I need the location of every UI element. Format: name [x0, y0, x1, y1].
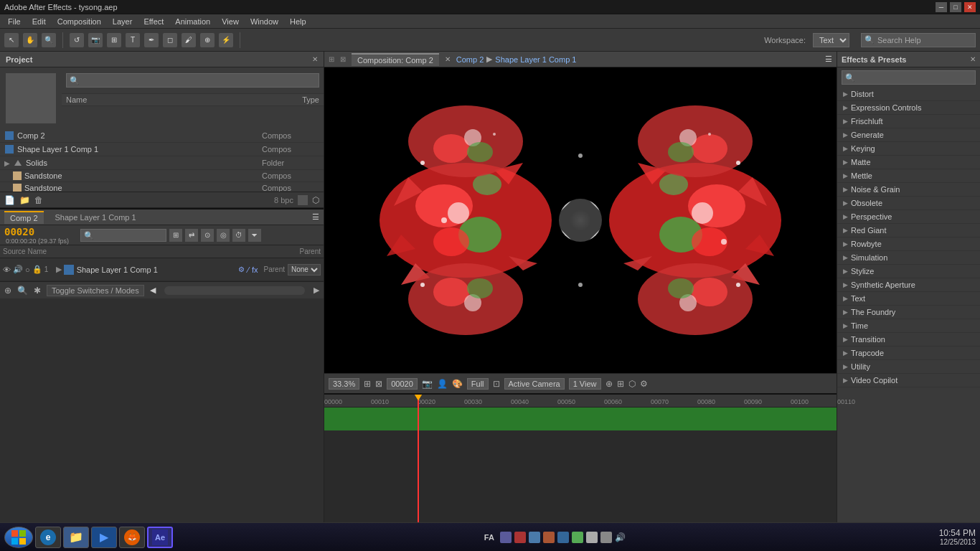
tl-icon-6[interactable]: ⏷	[248, 229, 261, 242]
effects-item-transition[interactable]: ▶ Transition	[837, 333, 980, 347]
foot-icon-3[interactable]: 👤	[437, 379, 448, 389]
timeline-menu-icon[interactable]: ☰	[312, 212, 319, 222]
effects-item-stylize[interactable]: ▶ Stylize	[837, 265, 980, 278]
minimize-button[interactable]: ─	[936, 2, 947, 12]
menu-effect[interactable]: Effect	[138, 16, 169, 27]
tl-icon-4[interactable]: ◎	[217, 229, 230, 242]
layer-solo-toggle[interactable]: ○	[25, 265, 30, 274]
effects-item-expression[interactable]: ▶ Expression Controls	[837, 101, 980, 115]
tl-star-icon[interactable]: ✱	[34, 286, 41, 296]
taskbar-clock[interactable]: 10:54 PM 12/25/2013	[939, 528, 976, 546]
effects-search-input[interactable]	[842, 70, 976, 85]
effects-item-text[interactable]: ▶ Text	[837, 292, 980, 306]
tl-home-icon[interactable]: ⊕	[4, 286, 11, 296]
effects-item-videocopilot[interactable]: ▶ Video Copilot	[837, 374, 980, 387]
menu-animation[interactable]: Animation	[170, 16, 215, 27]
menu-layer[interactable]: Layer	[108, 16, 138, 27]
effects-item-time[interactable]: ▶ Time	[837, 319, 980, 333]
comp-tab[interactable]: Comp 2	[4, 211, 44, 224]
tl-icon-3[interactable]: ⊙	[201, 229, 214, 242]
foot-icon-2[interactable]: ⊠	[375, 379, 382, 389]
effects-item-noise[interactable]: ▶ Noise & Grain	[837, 183, 980, 197]
tool-pen[interactable]: ✒	[144, 33, 159, 47]
breadcrumb-shape[interactable]: Shape Layer 1 Comp 1	[495, 55, 576, 64]
effects-item-synthetic[interactable]: ▶ Synthetic Aperture	[837, 278, 980, 292]
menu-composition[interactable]: Composition	[52, 16, 106, 27]
zoom-control[interactable]: 33.3%	[329, 378, 359, 390]
tool-text[interactable]: T	[126, 33, 140, 47]
camera-view-control[interactable]: Active Camera	[504, 378, 565, 390]
after-effects-button[interactable]: Ae	[147, 527, 173, 548]
tl-icon-2[interactable]: ⇄	[185, 229, 198, 242]
tool-grid[interactable]: ⊞	[107, 33, 121, 47]
effects-item-perspective[interactable]: ▶ Perspective	[837, 210, 980, 224]
timeline-search-input[interactable]	[80, 229, 166, 242]
foot-camera-icon[interactable]: 📷	[422, 379, 433, 389]
effects-item-matte[interactable]: ▶ Matte	[837, 156, 980, 169]
file-explorer-button[interactable]: 📁	[63, 527, 89, 548]
firefox-button[interactable]: 🦊	[119, 527, 145, 548]
effects-item-trapcode[interactable]: ▶ Trapcode	[837, 347, 980, 360]
search-help-box[interactable]: 🔍 Search Help	[861, 33, 976, 47]
project-search-input[interactable]	[66, 73, 319, 88]
title-bar-controls[interactable]: ─ □ ✕	[936, 2, 976, 12]
maximize-button[interactable]: □	[950, 2, 961, 12]
tl-scroll-bar[interactable]	[164, 286, 305, 295]
new-comp-icon[interactable]: 📄	[4, 195, 15, 205]
effects-item-rowbyte[interactable]: ▶ Rowbyte	[837, 237, 980, 251]
tool-hand[interactable]: ✋	[23, 33, 37, 47]
effects-item-generate[interactable]: ▶ Generate	[837, 128, 980, 142]
tl-icon-5[interactable]: ⏱	[232, 229, 245, 242]
list-item[interactable]: Sandstone Compos	[0, 170, 324, 182]
views-count-control[interactable]: 1 View	[569, 378, 601, 390]
list-item[interactable]: Shape Layer 1 Comp 1 Compos	[0, 143, 324, 156]
tool-rotation[interactable]: ↺	[70, 33, 84, 47]
new-folder-icon[interactable]: 📁	[19, 195, 30, 205]
project-close[interactable]: ✕	[312, 55, 318, 63]
effects-item-frischluft[interactable]: ▶ Frischluft	[837, 115, 980, 128]
volume-icon[interactable]: 🔊	[615, 532, 626, 542]
layer-lock-toggle[interactable]: 🔒	[32, 265, 42, 274]
parent-select[interactable]: None	[288, 264, 321, 276]
playhead[interactable]	[418, 395, 419, 538]
tl-scroll-right[interactable]: ▶	[314, 286, 319, 295]
foot-icon-5[interactable]: ⊡	[493, 379, 500, 389]
tl-scroll-left[interactable]: ◀	[150, 286, 156, 295]
quality-control[interactable]: Full	[467, 378, 489, 390]
layer-eye-toggle[interactable]: 👁	[3, 265, 11, 274]
tool-paint[interactable]: 🖌	[182, 33, 196, 47]
layer-motion-icon[interactable]: ∕	[248, 265, 249, 274]
start-button[interactable]	[4, 527, 33, 548]
menu-file[interactable]: File	[3, 16, 26, 27]
timecode-display[interactable]: 00020	[387, 378, 418, 390]
list-item[interactable]: Sandstone Compos	[0, 182, 324, 192]
effects-item-keying[interactable]: ▶ Keying	[837, 142, 980, 156]
workspace-select[interactable]: Text	[813, 33, 849, 47]
menu-view[interactable]: View	[217, 16, 244, 27]
tl-search-icon[interactable]: 🔍	[17, 286, 28, 296]
comp-tab-main[interactable]: Composition: Comp 2	[352, 53, 439, 66]
list-item[interactable]: ▶ Solids Folder	[0, 156, 324, 170]
menu-edit[interactable]: Edit	[27, 16, 51, 27]
tl-icon-1[interactable]: ⊞	[169, 229, 182, 242]
menu-window[interactable]: Window	[245, 16, 283, 27]
breadcrumb-comp2[interactable]: Comp 2	[456, 55, 484, 64]
layer-tab[interactable]: Shape Layer 1 Comp 1	[50, 212, 142, 223]
comp-menu-icon[interactable]: ☰	[825, 55, 832, 64]
foot-icon-4[interactable]: 🎨	[452, 379, 463, 389]
trash-icon[interactable]: ⬡	[312, 195, 319, 205]
media-player-button[interactable]: ▶	[91, 527, 117, 548]
effects-item-simulation[interactable]: ▶ Simulation	[837, 251, 980, 265]
tool-select[interactable]: ↖	[4, 33, 19, 47]
effects-item-distort[interactable]: ▶ Distort	[837, 88, 980, 101]
tool-zoom[interactable]: 🔍	[42, 33, 56, 47]
layer-fx-indicator[interactable]: ⚙	[238, 265, 245, 273]
menu-help[interactable]: Help	[285, 16, 311, 27]
toggle-switches-button[interactable]: Toggle Switches / Modes	[47, 285, 144, 296]
layer-expr-icon[interactable]: fx	[252, 265, 258, 274]
close-button[interactable]: ✕	[964, 2, 976, 12]
effects-item-obsolete[interactable]: ▶ Obsolete	[837, 197, 980, 210]
effects-item-utility[interactable]: ▶ Utility	[837, 360, 980, 374]
layer-audio-toggle[interactable]: 🔊	[13, 265, 23, 274]
delete-icon[interactable]: 🗑	[34, 195, 43, 205]
